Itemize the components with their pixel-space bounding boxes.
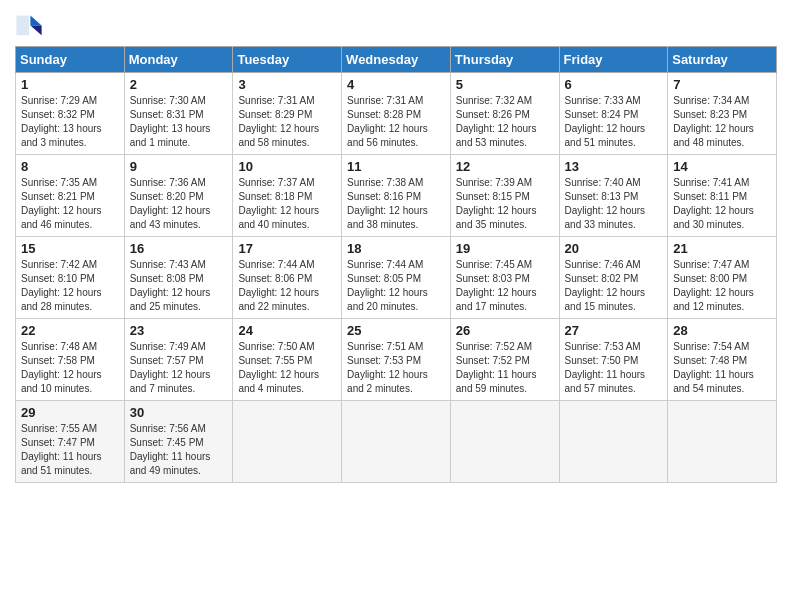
calendar-cell: 5 Sunrise: 7:32 AM Sunset: 8:26 PM Dayli… xyxy=(450,73,559,155)
day-number: 9 xyxy=(130,159,228,174)
header-sunday: Sunday xyxy=(16,47,125,73)
header-wednesday: Wednesday xyxy=(342,47,451,73)
day-number: 18 xyxy=(347,241,445,256)
header-saturday: Saturday xyxy=(668,47,777,73)
day-number: 11 xyxy=(347,159,445,174)
calendar-cell: 22 Sunrise: 7:48 AM Sunset: 7:58 PM Dayl… xyxy=(16,319,125,401)
day-number: 26 xyxy=(456,323,554,338)
calendar-cell: 17 Sunrise: 7:44 AM Sunset: 8:06 PM Dayl… xyxy=(233,237,342,319)
calendar-cell: 8 Sunrise: 7:35 AM Sunset: 8:21 PM Dayli… xyxy=(16,155,125,237)
calendar-cell: 19 Sunrise: 7:45 AM Sunset: 8:03 PM Dayl… xyxy=(450,237,559,319)
day-info: Sunrise: 7:46 AM Sunset: 8:02 PM Dayligh… xyxy=(565,259,646,312)
page: Sunday Monday Tuesday Wednesday Thursday… xyxy=(0,0,792,612)
day-info: Sunrise: 7:32 AM Sunset: 8:26 PM Dayligh… xyxy=(456,95,537,148)
day-number: 22 xyxy=(21,323,119,338)
day-info: Sunrise: 7:42 AM Sunset: 8:10 PM Dayligh… xyxy=(21,259,102,312)
day-number: 29 xyxy=(21,405,119,420)
day-number: 15 xyxy=(21,241,119,256)
calendar-cell: 16 Sunrise: 7:43 AM Sunset: 8:08 PM Dayl… xyxy=(124,237,233,319)
calendar-cell: 23 Sunrise: 7:49 AM Sunset: 7:57 PM Dayl… xyxy=(124,319,233,401)
day-info: Sunrise: 7:49 AM Sunset: 7:57 PM Dayligh… xyxy=(130,341,211,394)
day-info: Sunrise: 7:41 AM Sunset: 8:11 PM Dayligh… xyxy=(673,177,754,230)
calendar-cell: 3 Sunrise: 7:31 AM Sunset: 8:29 PM Dayli… xyxy=(233,73,342,155)
day-info: Sunrise: 7:29 AM Sunset: 8:32 PM Dayligh… xyxy=(21,95,102,148)
day-number: 24 xyxy=(238,323,336,338)
calendar-week-row: 29 Sunrise: 7:55 AM Sunset: 7:47 PM Dayl… xyxy=(16,401,777,483)
calendar-cell: 20 Sunrise: 7:46 AM Sunset: 8:02 PM Dayl… xyxy=(559,237,668,319)
header-thursday: Thursday xyxy=(450,47,559,73)
day-info: Sunrise: 7:44 AM Sunset: 8:05 PM Dayligh… xyxy=(347,259,428,312)
calendar-cell: 15 Sunrise: 7:42 AM Sunset: 8:10 PM Dayl… xyxy=(16,237,125,319)
calendar-cell: 26 Sunrise: 7:52 AM Sunset: 7:52 PM Dayl… xyxy=(450,319,559,401)
day-number: 17 xyxy=(238,241,336,256)
calendar-cell xyxy=(559,401,668,483)
logo xyxy=(15,10,47,38)
day-info: Sunrise: 7:52 AM Sunset: 7:52 PM Dayligh… xyxy=(456,341,537,394)
calendar-cell: 24 Sunrise: 7:50 AM Sunset: 7:55 PM Dayl… xyxy=(233,319,342,401)
calendar-cell: 7 Sunrise: 7:34 AM Sunset: 8:23 PM Dayli… xyxy=(668,73,777,155)
day-info: Sunrise: 7:39 AM Sunset: 8:15 PM Dayligh… xyxy=(456,177,537,230)
calendar-cell: 6 Sunrise: 7:33 AM Sunset: 8:24 PM Dayli… xyxy=(559,73,668,155)
calendar-cell: 25 Sunrise: 7:51 AM Sunset: 7:53 PM Dayl… xyxy=(342,319,451,401)
calendar-week-row: 8 Sunrise: 7:35 AM Sunset: 8:21 PM Dayli… xyxy=(16,155,777,237)
header-monday: Monday xyxy=(124,47,233,73)
calendar-table: Sunday Monday Tuesday Wednesday Thursday… xyxy=(15,46,777,483)
day-info: Sunrise: 7:55 AM Sunset: 7:47 PM Dayligh… xyxy=(21,423,102,476)
calendar-cell: 27 Sunrise: 7:53 AM Sunset: 7:50 PM Dayl… xyxy=(559,319,668,401)
day-info: Sunrise: 7:40 AM Sunset: 8:13 PM Dayligh… xyxy=(565,177,646,230)
day-number: 8 xyxy=(21,159,119,174)
day-number: 23 xyxy=(130,323,228,338)
calendar-cell: 2 Sunrise: 7:30 AM Sunset: 8:31 PM Dayli… xyxy=(124,73,233,155)
header-tuesday: Tuesday xyxy=(233,47,342,73)
day-info: Sunrise: 7:54 AM Sunset: 7:48 PM Dayligh… xyxy=(673,341,754,394)
calendar-cell: 10 Sunrise: 7:37 AM Sunset: 8:18 PM Dayl… xyxy=(233,155,342,237)
day-number: 30 xyxy=(130,405,228,420)
day-number: 20 xyxy=(565,241,663,256)
day-info: Sunrise: 7:43 AM Sunset: 8:08 PM Dayligh… xyxy=(130,259,211,312)
day-number: 4 xyxy=(347,77,445,92)
day-number: 21 xyxy=(673,241,771,256)
day-info: Sunrise: 7:44 AM Sunset: 8:06 PM Dayligh… xyxy=(238,259,319,312)
day-info: Sunrise: 7:31 AM Sunset: 8:29 PM Dayligh… xyxy=(238,95,319,148)
day-number: 12 xyxy=(456,159,554,174)
calendar-cell: 4 Sunrise: 7:31 AM Sunset: 8:28 PM Dayli… xyxy=(342,73,451,155)
day-number: 2 xyxy=(130,77,228,92)
day-info: Sunrise: 7:53 AM Sunset: 7:50 PM Dayligh… xyxy=(565,341,646,394)
day-number: 19 xyxy=(456,241,554,256)
day-info: Sunrise: 7:38 AM Sunset: 8:16 PM Dayligh… xyxy=(347,177,428,230)
day-number: 27 xyxy=(565,323,663,338)
day-number: 7 xyxy=(673,77,771,92)
day-info: Sunrise: 7:56 AM Sunset: 7:45 PM Dayligh… xyxy=(130,423,211,476)
calendar-week-row: 15 Sunrise: 7:42 AM Sunset: 8:10 PM Dayl… xyxy=(16,237,777,319)
calendar-cell: 14 Sunrise: 7:41 AM Sunset: 8:11 PM Dayl… xyxy=(668,155,777,237)
calendar-cell xyxy=(233,401,342,483)
day-number: 1 xyxy=(21,77,119,92)
calendar-cell: 29 Sunrise: 7:55 AM Sunset: 7:47 PM Dayl… xyxy=(16,401,125,483)
day-info: Sunrise: 7:36 AM Sunset: 8:20 PM Dayligh… xyxy=(130,177,211,230)
day-number: 28 xyxy=(673,323,771,338)
calendar-cell: 1 Sunrise: 7:29 AM Sunset: 8:32 PM Dayli… xyxy=(16,73,125,155)
calendar-cell xyxy=(342,401,451,483)
calendar-cell: 30 Sunrise: 7:56 AM Sunset: 7:45 PM Dayl… xyxy=(124,401,233,483)
day-info: Sunrise: 7:37 AM Sunset: 8:18 PM Dayligh… xyxy=(238,177,319,230)
calendar-header-row: Sunday Monday Tuesday Wednesday Thursday… xyxy=(16,47,777,73)
calendar-week-row: 1 Sunrise: 7:29 AM Sunset: 8:32 PM Dayli… xyxy=(16,73,777,155)
calendar-cell: 12 Sunrise: 7:39 AM Sunset: 8:15 PM Dayl… xyxy=(450,155,559,237)
calendar-cell xyxy=(668,401,777,483)
calendar-cell: 9 Sunrise: 7:36 AM Sunset: 8:20 PM Dayli… xyxy=(124,155,233,237)
header xyxy=(15,10,777,38)
day-info: Sunrise: 7:34 AM Sunset: 8:23 PM Dayligh… xyxy=(673,95,754,148)
day-info: Sunrise: 7:35 AM Sunset: 8:21 PM Dayligh… xyxy=(21,177,102,230)
calendar-cell: 21 Sunrise: 7:47 AM Sunset: 8:00 PM Dayl… xyxy=(668,237,777,319)
calendar-cell: 13 Sunrise: 7:40 AM Sunset: 8:13 PM Dayl… xyxy=(559,155,668,237)
calendar-cell: 28 Sunrise: 7:54 AM Sunset: 7:48 PM Dayl… xyxy=(668,319,777,401)
day-number: 16 xyxy=(130,241,228,256)
calendar-cell xyxy=(450,401,559,483)
header-friday: Friday xyxy=(559,47,668,73)
day-number: 13 xyxy=(565,159,663,174)
day-number: 3 xyxy=(238,77,336,92)
calendar-week-row: 22 Sunrise: 7:48 AM Sunset: 7:58 PM Dayl… xyxy=(16,319,777,401)
day-number: 25 xyxy=(347,323,445,338)
day-number: 5 xyxy=(456,77,554,92)
day-info: Sunrise: 7:45 AM Sunset: 8:03 PM Dayligh… xyxy=(456,259,537,312)
